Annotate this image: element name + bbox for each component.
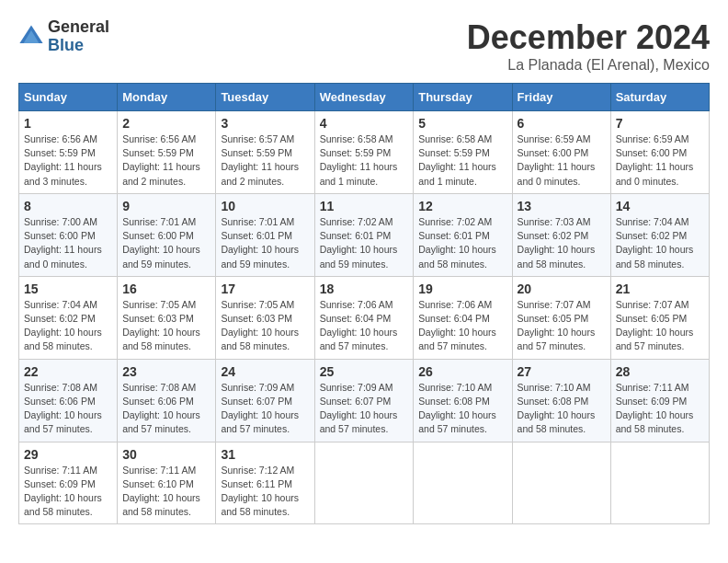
calendar-cell: 9Sunrise: 7:01 AMSunset: 6:00 PMDaylight… [118,193,216,276]
logo-blue: Blue [48,37,109,55]
calendar-cell: 18Sunrise: 7:06 AMSunset: 6:04 PMDayligh… [314,276,414,359]
week-row-3: 15Sunrise: 7:04 AMSunset: 6:02 PMDayligh… [19,276,710,359]
day-info: Sunrise: 7:05 AMSunset: 6:03 PMDaylight:… [221,298,309,354]
day-info: Sunrise: 7:11 AMSunset: 6:09 PMDaylight:… [24,464,112,520]
calendar-cell [610,442,709,524]
day-info: Sunrise: 7:09 AMSunset: 6:07 PMDaylight:… [221,381,309,437]
calendar-cell: 24Sunrise: 7:09 AMSunset: 6:07 PMDayligh… [216,359,314,442]
day-number: 27 [518,364,606,379]
weekday-header-saturday: Saturday [610,84,709,111]
location-title: La Planada (El Arenal), Mexico [467,57,710,74]
day-number: 28 [616,364,704,379]
day-number: 18 [320,282,409,296]
day-info: Sunrise: 7:00 AMSunset: 6:00 PMDaylight:… [24,215,112,271]
week-row-5: 29Sunrise: 7:11 AMSunset: 6:09 PMDayligh… [19,442,710,524]
day-info: Sunrise: 7:02 AMSunset: 6:01 PMDaylight:… [320,215,409,271]
day-info: Sunrise: 7:06 AMSunset: 6:04 PMDaylight:… [418,298,506,354]
day-number: 17 [221,282,309,296]
week-row-2: 8Sunrise: 7:00 AMSunset: 6:00 PMDaylight… [19,193,710,276]
day-number: 14 [616,199,704,213]
day-info: Sunrise: 7:03 AMSunset: 6:02 PMDaylight:… [518,215,606,271]
calendar-cell: 13Sunrise: 7:03 AMSunset: 6:02 PMDayligh… [512,193,610,276]
calendar-cell: 3Sunrise: 6:57 AMSunset: 5:59 PMDaylight… [216,111,314,194]
day-info: Sunrise: 6:58 AMSunset: 5:59 PMDaylight:… [320,132,409,189]
calendar-cell: 11Sunrise: 7:02 AMSunset: 6:01 PMDayligh… [314,193,414,276]
month-title: December 2024 [467,18,710,57]
calendar-cell: 7Sunrise: 6:59 AMSunset: 6:00 PMDaylight… [610,111,709,194]
day-info: Sunrise: 7:04 AMSunset: 6:02 PMDaylight:… [24,298,112,354]
day-number: 15 [24,282,112,296]
calendar-cell: 5Sunrise: 6:58 AMSunset: 5:59 PMDaylight… [414,111,512,194]
day-info: Sunrise: 6:58 AMSunset: 5:59 PMDaylight:… [418,132,506,189]
day-info: Sunrise: 7:11 AMSunset: 6:09 PMDaylight:… [616,381,704,437]
calendar-cell: 19Sunrise: 7:06 AMSunset: 6:04 PMDayligh… [414,276,512,359]
calendar-cell: 14Sunrise: 7:04 AMSunset: 6:02 PMDayligh… [610,193,709,276]
weekday-header-thursday: Thursday [414,84,512,111]
day-info: Sunrise: 7:07 AMSunset: 6:05 PMDaylight:… [616,298,704,354]
calendar-cell: 21Sunrise: 7:07 AMSunset: 6:05 PMDayligh… [610,276,709,359]
weekday-header-friday: Friday [512,84,610,111]
day-info: Sunrise: 7:01 AMSunset: 6:00 PMDaylight:… [122,215,210,271]
day-number: 4 [320,116,409,131]
weekday-header-row: SundayMondayTuesdayWednesdayThursdayFrid… [19,84,710,111]
day-info: Sunrise: 7:07 AMSunset: 6:05 PMDaylight:… [518,298,606,354]
week-row-4: 22Sunrise: 7:08 AMSunset: 6:06 PMDayligh… [19,359,710,442]
day-number: 13 [518,199,606,213]
day-number: 25 [320,364,409,379]
day-info: Sunrise: 7:10 AMSunset: 6:08 PMDaylight:… [418,381,506,437]
day-number: 30 [122,447,210,462]
day-number: 9 [122,199,210,213]
day-number: 12 [418,199,506,213]
day-info: Sunrise: 7:01 AMSunset: 6:01 PMDaylight:… [221,215,309,271]
day-number: 26 [418,364,506,379]
day-info: Sunrise: 6:59 AMSunset: 6:00 PMDaylight:… [616,132,704,189]
day-info: Sunrise: 7:04 AMSunset: 6:02 PMDaylight:… [616,215,704,271]
calendar-cell: 15Sunrise: 7:04 AMSunset: 6:02 PMDayligh… [19,276,118,359]
calendar-cell: 16Sunrise: 7:05 AMSunset: 6:03 PMDayligh… [118,276,216,359]
logo-icon [18,24,44,50]
calendar-cell: 12Sunrise: 7:02 AMSunset: 6:01 PMDayligh… [414,193,512,276]
calendar-cell: 8Sunrise: 7:00 AMSunset: 6:00 PMDaylight… [19,193,118,276]
week-row-1: 1Sunrise: 6:56 AMSunset: 5:59 PMDaylight… [19,111,710,194]
calendar-cell: 29Sunrise: 7:11 AMSunset: 6:09 PMDayligh… [19,442,118,524]
day-number: 1 [24,116,112,131]
day-info: Sunrise: 6:59 AMSunset: 6:00 PMDaylight:… [518,132,606,189]
day-number: 6 [518,116,606,131]
day-info: Sunrise: 7:05 AMSunset: 6:03 PMDaylight:… [122,298,210,354]
weekday-header-sunday: Sunday [19,84,118,111]
calendar-cell: 20Sunrise: 7:07 AMSunset: 6:05 PMDayligh… [512,276,610,359]
calendar-cell: 27Sunrise: 7:10 AMSunset: 6:08 PMDayligh… [512,359,610,442]
calendar-cell: 10Sunrise: 7:01 AMSunset: 6:01 PMDayligh… [216,193,314,276]
calendar-cell: 2Sunrise: 6:56 AMSunset: 5:59 PMDaylight… [118,111,216,194]
day-info: Sunrise: 7:08 AMSunset: 6:06 PMDaylight:… [122,381,210,437]
day-number: 22 [24,364,112,379]
day-info: Sunrise: 6:56 AMSunset: 5:59 PMDaylight:… [122,132,210,189]
day-number: 23 [122,364,210,379]
day-number: 16 [122,282,210,296]
day-info: Sunrise: 7:10 AMSunset: 6:08 PMDaylight:… [518,381,606,437]
day-info: Sunrise: 7:12 AMSunset: 6:11 PMDaylight:… [221,464,309,520]
header: General Blue December 2024 La Planada (E… [18,18,710,74]
calendar-cell: 31Sunrise: 7:12 AMSunset: 6:11 PMDayligh… [216,442,314,524]
weekday-header-monday: Monday [118,84,216,111]
calendar-cell [314,442,414,524]
logo-general: General [48,18,109,37]
calendar-cell: 4Sunrise: 6:58 AMSunset: 5:59 PMDaylight… [314,111,414,194]
day-info: Sunrise: 7:02 AMSunset: 6:01 PMDaylight:… [418,215,506,271]
calendar-table: SundayMondayTuesdayWednesdayThursdayFrid… [18,83,710,524]
day-info: Sunrise: 7:08 AMSunset: 6:06 PMDaylight:… [24,381,112,437]
logo-text: General Blue [48,18,109,55]
weekday-header-tuesday: Tuesday [216,84,314,111]
day-number: 8 [24,199,112,213]
day-number: 7 [616,116,704,131]
calendar-cell: 26Sunrise: 7:10 AMSunset: 6:08 PMDayligh… [414,359,512,442]
calendar-cell: 22Sunrise: 7:08 AMSunset: 6:06 PMDayligh… [19,359,118,442]
calendar-cell: 17Sunrise: 7:05 AMSunset: 6:03 PMDayligh… [216,276,314,359]
day-info: Sunrise: 7:11 AMSunset: 6:10 PMDaylight:… [122,464,210,520]
day-info: Sunrise: 6:56 AMSunset: 5:59 PMDaylight:… [24,132,112,189]
day-number: 2 [122,116,210,131]
logo: General Blue [18,18,109,55]
calendar-cell [512,442,610,524]
calendar-cell: 1Sunrise: 6:56 AMSunset: 5:59 PMDaylight… [19,111,118,194]
calendar-cell: 6Sunrise: 6:59 AMSunset: 6:00 PMDaylight… [512,111,610,194]
